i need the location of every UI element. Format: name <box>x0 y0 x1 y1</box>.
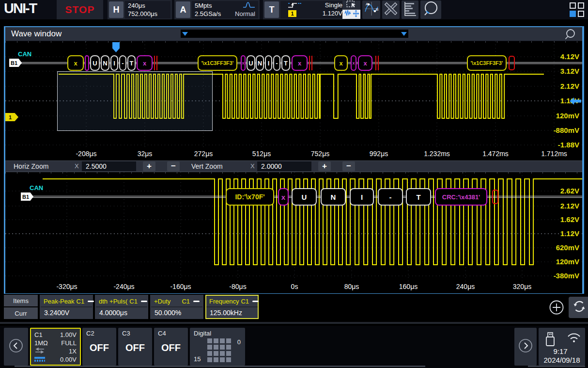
digital-channel-indicator <box>220 345 225 350</box>
channel2-state: OFF <box>82 342 116 353</box>
channel4-card[interactable]: C4 OFF <box>154 328 188 366</box>
chevron-right-icon <box>518 338 533 355</box>
dropdown-arrow-icon <box>182 32 188 36</box>
brand-logo: UNI-T <box>4 0 36 16</box>
vert-zoom-input[interactable]: 2.0000 <box>257 161 311 171</box>
channel3-card[interactable]: C3 OFF <box>118 328 152 366</box>
zoom-region-box[interactable] <box>57 71 213 131</box>
time-scale-label: 1.712ms <box>541 150 567 158</box>
decode-frame: CRC:'\x4381' <box>435 188 487 206</box>
selection-tool-button[interactable] <box>342 0 360 10</box>
channel1-offset-icon <box>34 357 45 362</box>
time-scale-label: 992μs <box>370 150 388 158</box>
horizontal-ticks <box>5 172 582 174</box>
decode-frame: I <box>350 188 374 206</box>
decode-frame: U <box>247 55 255 71</box>
voltage-scale-label: 2.62V <box>536 187 579 195</box>
measure-ruler-button[interactable] <box>382 0 400 19</box>
decode-frame: T <box>281 55 290 71</box>
wifi-icon <box>567 333 581 345</box>
channel-bar-right-button[interactable] <box>514 328 537 366</box>
measure-row-label[interactable]: Curr <box>4 307 38 319</box>
digital-channel-indicator <box>220 338 225 343</box>
waveform-move-tool-button[interactable] <box>342 10 360 19</box>
horiz-zoom-increase-button[interactable]: + <box>143 161 155 171</box>
histogram-button[interactable] <box>402 0 418 19</box>
search-button[interactable] <box>420 0 441 19</box>
time-scale-label: -160μs <box>170 283 191 290</box>
voltage-scale-label: 4.12V <box>536 52 579 61</box>
decode-frame: I <box>265 55 272 71</box>
measurement-cell[interactable]: +DutyC150.000% <box>150 295 203 319</box>
horiz-zoom-decrease-button[interactable]: − <box>167 161 180 171</box>
horiz-zoom-mult: X <box>75 161 79 171</box>
separator <box>528 366 585 367</box>
zoom-waveform-plot[interactable]: 2.62V2.12V1.62V1.12V620mV120mV-380mV-320… <box>5 172 582 293</box>
measurement-cell[interactable]: FrequencyC1125.00kHz <box>205 295 259 319</box>
trigger-mode-value: Single <box>323 1 342 9</box>
refresh-measurements-button[interactable] <box>569 297 588 318</box>
horizontal-ticks <box>5 41 582 43</box>
wave-window-titlebar[interactable]: Wave window <box>5 27 582 41</box>
sample-rate-value: 2.5GSa/s <box>195 10 221 18</box>
wave-window-title: Wave window <box>11 29 62 39</box>
time-scale-label: 272μs <box>194 150 213 158</box>
digital-channel-indicator <box>214 351 218 356</box>
trigger-settings-button[interactable]: T 1 Single 1.120V <box>263 0 345 19</box>
voltage-scale-label: -1.88V <box>536 141 579 149</box>
window-layout-button[interactable] <box>570 2 584 17</box>
trace-dash-icon <box>193 301 200 302</box>
measure-items-header[interactable]: Items <box>4 295 38 306</box>
decode-frame: I <box>110 55 118 71</box>
measurement-cell[interactable]: dth+Puls(C14.0000μs <box>95 295 148 319</box>
vert-zoom-decrease-button[interactable]: − <box>342 161 355 171</box>
vert-zoom-increase-button[interactable]: + <box>318 161 331 171</box>
wave-window: Wave window 1 4.12V3.12V2.12V1.12V120mV-… <box>4 26 584 294</box>
channel-bar: C1 1.00V 1MΩ FULL 1X 0.00V C2 OFF C3 OFF… <box>0 326 588 368</box>
layout-square-icon <box>570 2 576 9</box>
layout-square-active-icon <box>570 11 576 17</box>
ruler-icon <box>383 1 399 18</box>
acquire-values: 5Mpts 2.5GSa/s Normal <box>192 1 258 18</box>
refresh-icon <box>572 299 587 316</box>
channel1-offset: 0.00V <box>60 356 77 363</box>
channel3-name: C3 <box>122 330 130 337</box>
vert-zoom-label: Vert Zoom <box>191 161 223 171</box>
digital-last-channel: 15 <box>194 355 201 363</box>
measurement-cell[interactable]: Peak-PeakC13.2400V <box>40 295 93 319</box>
timebase-value: 240μs <box>128 1 145 10</box>
trace-dash-icon <box>141 301 147 302</box>
time-scale-label: 1.232ms <box>424 150 450 158</box>
digital-channel-indicator <box>214 345 218 350</box>
cursor-ab-button[interactable]: AB <box>362 0 380 19</box>
status-card[interactable]: 9:17 2024/09/18 <box>539 328 585 366</box>
main-waveform-plot[interactable]: 1 4.12V3.12V2.12V1.12V120mV-880mV-1.88V-… <box>5 41 582 160</box>
decode-frame: N <box>321 188 346 206</box>
digital-channel-grid <box>207 338 231 362</box>
run-state-button[interactable]: STOP <box>57 0 103 19</box>
time-scale-label: 240μs <box>456 283 475 290</box>
decode-frame: U <box>292 188 317 206</box>
trigger-source-badge: 1 <box>288 10 296 17</box>
separator <box>0 322 588 324</box>
horizontal-settings-button[interactable]: H 240μs 752.000μs <box>108 0 172 19</box>
digital-card-name: Digital <box>194 330 211 337</box>
decode-frame <box>85 55 89 71</box>
time-scale-label: 160μs <box>399 283 418 290</box>
digital-channel-indicator <box>214 338 218 343</box>
channel2-card[interactable]: C2 OFF <box>82 328 116 366</box>
horiz-zoom-input[interactable]: 2.5000 <box>82 161 136 171</box>
window-zoom-icon[interactable] <box>564 28 576 43</box>
decode-frame <box>375 56 379 70</box>
digital-channels-card[interactable]: Digital 0 15 <box>190 328 245 366</box>
acquire-settings-button[interactable]: A 5Mpts 2.5GSa/s Normal <box>174 0 260 19</box>
layout-square-icon <box>578 11 584 17</box>
wave-source-dropdown[interactable] <box>181 30 408 38</box>
horizontal-offset-value: 752.000μs <box>128 10 157 18</box>
add-measurement-button[interactable] <box>548 299 565 318</box>
channel-bar-left-button[interactable] <box>4 328 28 366</box>
channel1-impedance: 1MΩ <box>34 339 48 347</box>
voltage-scale-label: 3.12V <box>536 67 579 75</box>
channel1-card[interactable]: C1 1.00V 1MΩ FULL 1X 0.00V <box>30 328 81 366</box>
svg-text:A: A <box>366 2 369 6</box>
